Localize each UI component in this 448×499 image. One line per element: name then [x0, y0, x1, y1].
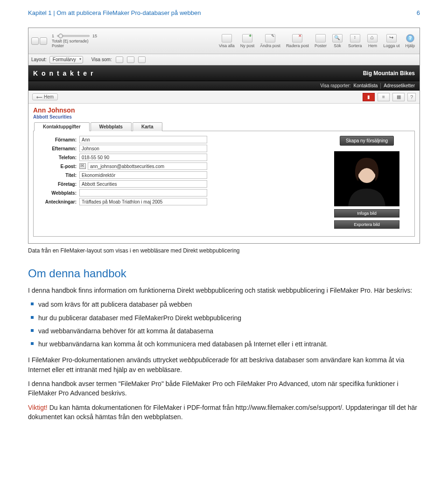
lastname-label: Efternamn: [39, 146, 77, 151]
home-label: Hem [368, 43, 377, 48]
website-input[interactable] [79, 189, 207, 197]
term-webbpublicerade: webbpublicerade [180, 356, 229, 364]
records-button[interactable]: Poster [315, 34, 327, 48]
sort-button[interactable]: Sortera [348, 34, 362, 48]
bullet-4: hur webbanvändarna kan komma åt och komm… [28, 339, 420, 349]
paragraph-2: I FileMaker Pro-dokumentationen används … [28, 355, 420, 374]
photo-column: Skapa ny försäljning Infoga bild Exporte… [334, 136, 399, 229]
home-button[interactable]: Hem [367, 34, 378, 48]
email-input[interactable]: ann_johnson@abbottsecurities.com [88, 162, 207, 170]
view-list-icon-2[interactable]: ≡ [378, 93, 390, 101]
company-input[interactable]: Abbott Securities [79, 180, 207, 188]
bullet-2: hur du publicerar databaser med FileMake… [28, 313, 420, 323]
field-list: Förnamn:Ann Efternamn:Johnson Telefon:01… [39, 136, 207, 229]
screenshot-caption: Data från en FileMaker-layout som visas … [28, 247, 420, 254]
sort-status: Totalt (Ej sorterade) [52, 39, 97, 43]
view-toggle: ▮ ≡ ▦ ? [363, 93, 416, 101]
new-record-button[interactable]: Ny post [240, 34, 255, 48]
edit-record-icon [265, 34, 275, 42]
firstname-input[interactable]: Ann [79, 136, 207, 143]
layout-label: Layout: [31, 57, 47, 62]
report-address-labels[interactable]: Adressetiketter [384, 83, 415, 88]
show-all-button[interactable]: Visa alla [219, 34, 235, 48]
view-form-icon[interactable] [116, 56, 123, 63]
record-slider[interactable] [57, 35, 90, 37]
phone-label: Telefon: [39, 155, 77, 160]
layout-toolbar: Layout: Formulärvy Visa som: [28, 54, 420, 65]
toolbar-actions: Visa alla Ny post Ändra post Radera post… [219, 34, 415, 48]
view-as-label: Visa som: [91, 57, 112, 62]
separator-icon [380, 83, 381, 89]
company-label: Företag: [39, 182, 77, 187]
sort-icon [350, 34, 360, 42]
prev-record-icon[interactable] [31, 37, 39, 45]
main-toolbar: 1 15 Totalt (Ej sorterade) Poster Visa a… [28, 28, 420, 54]
view-card-icon[interactable]: ▮ [363, 93, 375, 101]
report-contact-list[interactable]: Kontaktlista [354, 83, 378, 88]
help-icon [406, 34, 414, 42]
tab-contact-info[interactable]: Kontaktuppgifter [34, 122, 90, 131]
delete-record-label: Radera post [286, 43, 309, 48]
email-label: E-post: [39, 164, 77, 169]
person-photo-icon [334, 151, 399, 206]
chapter-title: Kapitel 1 | Om att publicera FileMaker P… [28, 9, 201, 16]
help-button[interactable]: Hjälp [405, 34, 415, 48]
record-book-nav[interactable] [31, 37, 47, 45]
para4-text: Du kan hämta dokumentationen för FileMak… [28, 404, 417, 421]
find-button[interactable]: Sök [332, 34, 343, 48]
company-title: Big Mountain Bikes [363, 70, 415, 77]
record-slider-block: 1 15 Totalt (Ej sorterade) Poster [52, 34, 97, 48]
find-label: Sök [334, 43, 341, 48]
screenshot-container: 1 15 Totalt (Ej sorterade) Poster Visa a… [28, 28, 420, 244]
tab-website[interactable]: Webbplats [91, 122, 132, 131]
create-sale-button[interactable]: Skapa ny försäljning [340, 136, 394, 146]
export-image-button[interactable]: Exportera bild [334, 220, 399, 229]
home-nav-label: Hem [44, 94, 54, 99]
next-record-icon[interactable] [40, 37, 47, 45]
records-label: Poster [315, 43, 327, 48]
record-current: 1 [52, 34, 54, 38]
home-icon [367, 34, 378, 42]
record-name: Ann Johnson [33, 106, 415, 114]
paragraph-3: I denna handbok avser termen "FileMaker … [28, 379, 420, 398]
lastname-input[interactable]: Johnson [79, 145, 207, 152]
show-all-label: Visa alla [219, 43, 235, 48]
contacts-title: K o n t a k t e r [33, 70, 94, 77]
tab-map[interactable]: Karta [133, 122, 162, 131]
sub-header: Hem ▮ ≡ ▦ ? [28, 91, 420, 104]
view-list-icon[interactable] [127, 56, 134, 63]
title-input[interactable]: Ekonomidirektör [79, 171, 207, 179]
view-table-icon[interactable] [138, 56, 146, 63]
view-help-icon[interactable]: ? [407, 93, 416, 101]
bullet-list: vad som krävs för att publicera database… [28, 300, 420, 349]
view-grid-icon[interactable]: ▦ [392, 93, 405, 101]
home-nav-button[interactable]: Hem [32, 93, 58, 100]
new-record-icon [242, 34, 252, 42]
notes-label: Anteckningar: [39, 199, 77, 204]
page-header: Kapitel 1 | Om att publicera FileMaker P… [28, 9, 420, 16]
title-label: Titel: [39, 173, 77, 178]
edit-record-button[interactable]: Ändra post [260, 34, 280, 48]
reports-label: Visa rapporter: [320, 83, 350, 88]
help-label: Hjälp [405, 43, 415, 48]
delete-record-icon [292, 34, 302, 42]
delete-record-button[interactable]: Radera post [286, 34, 309, 48]
phone-input[interactable]: 018-55 50 90 [79, 154, 207, 161]
paragraph-4: Viktigt! Du kan hämta dokumentationen fö… [28, 403, 420, 422]
section-heading: Om denna handbok [28, 267, 420, 280]
records-icon [315, 34, 326, 42]
slider-knob-icon[interactable] [58, 34, 63, 38]
logout-icon [386, 34, 397, 42]
bullet-3: vad webbanvändarna behöver för att komma… [28, 326, 420, 336]
logout-button[interactable]: Logga ut [383, 34, 399, 48]
notes-input[interactable]: Träffades på Moab Triathlon i maj 2005 [79, 198, 207, 205]
record-area: Ann Johnson Abbott Securities Kontaktupp… [28, 104, 420, 243]
show-all-icon [222, 34, 232, 42]
page-number: 6 [417, 9, 420, 16]
bullet-1: vad som krävs för att publicera database… [28, 300, 420, 309]
sort-label: Sortera [348, 43, 362, 48]
layout-select[interactable]: Formulärvy [49, 56, 83, 63]
intro-paragraph: I denna handbok finns information om fun… [28, 286, 420, 295]
mail-icon[interactable] [79, 163, 86, 169]
insert-image-button[interactable]: Infoga bild [334, 209, 399, 218]
